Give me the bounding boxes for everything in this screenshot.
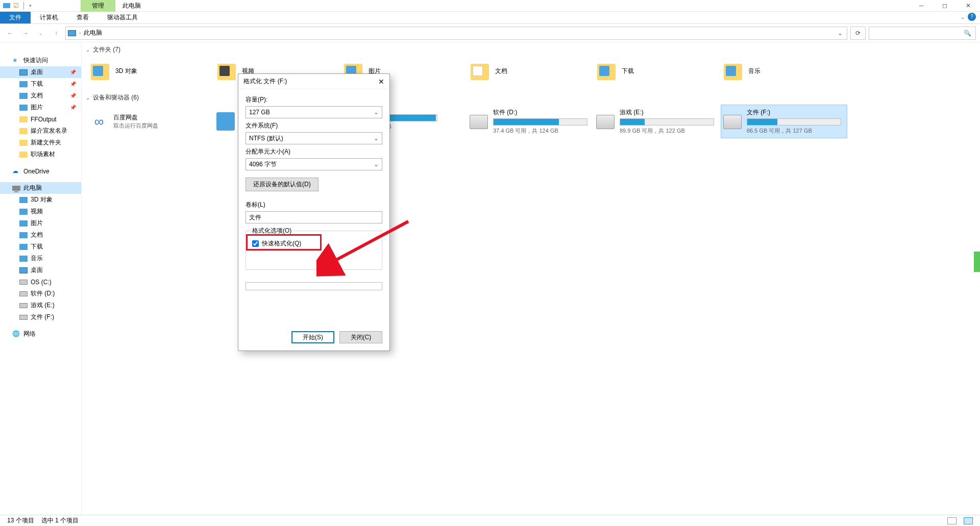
tiles-view-button[interactable] [964, 517, 973, 524]
computer-tab[interactable]: 计算机 [31, 12, 67, 23]
folder-music[interactable]: 音乐 [721, 57, 847, 85]
file-tab[interactable]: 文件 [0, 12, 31, 23]
up-button[interactable]: ↑ [50, 27, 62, 39]
objects3d-icon [19, 197, 28, 203]
sidebar-desktop[interactable]: 桌面📌 [0, 66, 81, 78]
address-dropdown-icon[interactable]: ⌄ [836, 30, 845, 37]
objects3d-icon [90, 61, 110, 81]
sidebar-documents2[interactable]: 文档 [0, 229, 81, 241]
start-button[interactable]: 开始(S) [291, 331, 334, 343]
sidebar-3d[interactable]: 3D 对象 [0, 194, 81, 206]
sidebar-documents[interactable]: 文档📌 [0, 90, 81, 102]
filesystem-select[interactable]: NTFS (默认)⌄ [246, 132, 382, 144]
drive-f[interactable]: 文件 (F:) 86.5 GB 可用，共 127 GB [721, 105, 847, 138]
restore-defaults-button[interactable]: 还原设备的默认值(D) [246, 178, 318, 191]
pin-icon: 📌 [70, 93, 76, 98]
folder-downloads[interactable]: 下载 [594, 57, 721, 85]
sidebar-pictures[interactable]: 图片📌 [0, 102, 81, 113]
sidebar-network[interactable]: 🌐网络 [0, 328, 81, 340]
downloads-icon [596, 61, 617, 81]
allocation-select[interactable]: 4096 字节⌄ [246, 158, 382, 170]
chevron-down-icon: ⌄ [374, 109, 379, 116]
folder-label: 文档 [495, 67, 507, 76]
close-dialog-button[interactable]: 关闭(C) [339, 331, 382, 343]
sidebar-item-label: 下载 [31, 80, 43, 88]
drive-e[interactable]: 游戏 (E:) 89.9 GB 可用，共 122 GB [594, 105, 721, 138]
drive-tools-tab[interactable]: 驱动器工具 [98, 12, 147, 23]
sidebar-desktop2[interactable]: 桌面 [0, 264, 81, 276]
scrollbar-indicator[interactable] [974, 252, 980, 272]
volume-label-input[interactable] [246, 211, 382, 223]
format-options-fieldset: 格式化选项(O) 快速格式化(Q) [246, 231, 382, 270]
view-tab[interactable]: 查看 [67, 12, 98, 23]
folder-documents[interactable]: 文档 [468, 57, 594, 85]
folder-label: 音乐 [748, 67, 761, 76]
refresh-button[interactable]: ⟳ [850, 27, 866, 40]
capacity-select[interactable]: 127 GB⌄ [246, 106, 382, 118]
pin-icon: 📌 [70, 105, 76, 110]
sidebar-item-label: 网络 [23, 330, 36, 338]
drive-icon [19, 303, 28, 308]
forward-button[interactable]: → [19, 27, 32, 39]
back-button[interactable]: ← [4, 27, 16, 39]
capacity-label: 容量(P): [246, 95, 382, 104]
drives-group-label: 设备和驱动器 (6) [93, 93, 139, 102]
close-button[interactable]: ✕ [957, 0, 980, 12]
folders-group-label: 文件夹 (7) [93, 45, 120, 54]
search-field[interactable]: 🔍 [869, 27, 976, 40]
breadcrumb-location[interactable]: 此电脑 [84, 29, 102, 37]
sidebar-item-label: 文档 [31, 231, 43, 239]
allocation-value: 4096 字节 [249, 160, 277, 169]
title-bar: ☑ │ ▾ 管理 此电脑 ─ ◻ ✕ [0, 0, 980, 12]
sidebar-downloads[interactable]: 下载📌 [0, 78, 81, 90]
filesystem-label: 文件系统(F) [246, 121, 382, 130]
drive-icon [19, 315, 28, 320]
folder-3d[interactable]: 3D 对象 [88, 57, 214, 85]
folder-label: 下载 [622, 67, 634, 76]
star-icon: ★ [12, 57, 20, 65]
search-icon: 🔍 [964, 30, 971, 37]
sidebar-downloads2[interactable]: 下载 [0, 241, 81, 253]
dialog-close-button[interactable]: ✕ [378, 78, 384, 86]
sidebar-item-label: 媒介宣发名录 [31, 127, 67, 135]
sidebar-softd[interactable]: 软件 (D:) [0, 288, 81, 299]
manage-context-tab[interactable]: 管理 [81, 0, 115, 12]
help-icon[interactable]: ? [968, 13, 976, 21]
sidebar-media[interactable]: 媒介宣发名录 [0, 125, 81, 137]
sidebar-filef[interactable]: 文件 (F:) [0, 311, 81, 323]
sidebar-videos[interactable]: 视频 [0, 206, 81, 217]
drive-d[interactable]: 软件 (D:) 37.4 GB 可用，共 124 GB [468, 105, 594, 138]
sidebar-jobs[interactable]: 职场素材 [0, 148, 81, 160]
address-field[interactable]: › 此电脑 ⌄ [65, 27, 847, 40]
check-icon[interactable]: ☑ [13, 2, 19, 9]
sidebar-onedrive[interactable]: ☁OneDrive [0, 165, 81, 177]
videos-icon [216, 61, 237, 81]
sidebar-thispc[interactable]: 此电脑 [0, 182, 81, 194]
sidebar-music[interactable]: 音乐 [0, 253, 81, 264]
sidebar-item-label: 软件 (D:) [31, 289, 55, 298]
recent-dropdown[interactable]: ⌄ [35, 27, 47, 39]
chevron-down-icon: ⌄ [374, 135, 379, 142]
sidebar-osc[interactable]: OS (C:) [0, 276, 81, 288]
ribbon-tabs: 文件 计算机 查看 驱动器工具 ⌄ ? [0, 12, 980, 24]
details-view-button[interactable] [947, 517, 957, 524]
volume-label-caption: 卷标(L) [246, 201, 382, 209]
drive-baidu[interactable]: ∞ 百度网盘双击运行百度网盘 [88, 105, 214, 138]
dialog-body: 容量(P): 127 GB⌄ 文件系统(F) NTFS (默认)⌄ 分配单元大小… [238, 89, 389, 293]
dropdown-icon[interactable]: ▾ [29, 3, 32, 8]
drives-group-header[interactable]: ⌄ 设备和驱动器 (6) [82, 90, 980, 105]
breadcrumb-sep-icon: › [79, 30, 81, 36]
pin-icon: 📌 [70, 81, 76, 87]
expand-ribbon-icon[interactable]: ⌄ [961, 14, 965, 20]
sidebar-ffoutput[interactable]: FFOutput [0, 113, 81, 125]
videos-icon [19, 209, 28, 215]
maximize-button[interactable]: ◻ [933, 0, 957, 12]
sidebar-gamee[interactable]: 游戏 (E:) [0, 299, 81, 311]
sidebar-pictures2[interactable]: 图片 [0, 217, 81, 229]
quick-access-header[interactable]: ★快速访问 [0, 55, 81, 66]
minimize-button[interactable]: ─ [910, 0, 933, 12]
sidebar-item-label: 3D 对象 [31, 195, 53, 204]
drive-icon [19, 291, 28, 296]
folders-group-header[interactable]: ⌄ 文件夹 (7) [82, 42, 980, 57]
sidebar-newfolder[interactable]: 新建文件夹 [0, 137, 81, 148]
